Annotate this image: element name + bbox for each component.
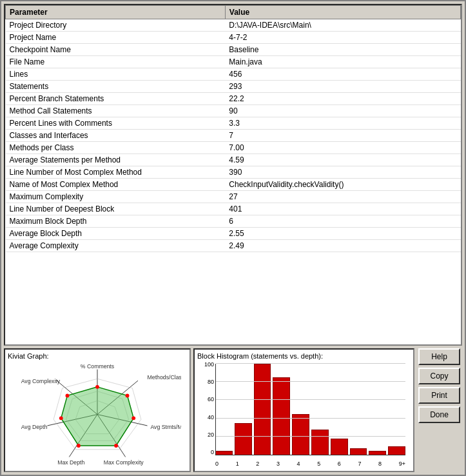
table-row: Project DirectoryD:\JAVA-IDEA\src\Main\ xyxy=(6,19,461,32)
histogram-panel: Block Histogram (statements vs. depth): … xyxy=(193,348,414,472)
table-row: Average Block Depth2.55 xyxy=(6,228,461,240)
x-axis-label: 1 xyxy=(236,461,239,467)
svg-text:% Comments: % Comments xyxy=(81,363,115,370)
svg-point-15 xyxy=(77,444,81,448)
data-table-container[interactable]: Parameter Value Project DirectoryD:\JAVA… xyxy=(4,4,462,346)
value-cell: 401 xyxy=(225,203,460,215)
kiviat-graph: % Comments Methods/Class Avg Stmts/Metho… xyxy=(8,361,187,468)
value-cell: 390 xyxy=(225,166,460,179)
kiviat-svg: % Comments Methods/Class Avg Stmts/Metho… xyxy=(14,363,181,466)
histogram-x-axis: 0123456789+ xyxy=(215,461,405,467)
value-cell: 3.3 xyxy=(225,117,460,130)
param-cell: Maximum Complexity xyxy=(6,191,226,203)
x-axis-label: 8 xyxy=(378,461,382,467)
bottom-panel: Kiviat Graph: xyxy=(1,346,465,475)
param-cell: Line Number of Deepest Block xyxy=(6,203,226,215)
param-cell: Average Statements per Method xyxy=(6,154,226,166)
table-row: File NameMain.java xyxy=(6,56,461,68)
table-row: Project Name4-7-2 xyxy=(6,32,461,44)
svg-text:Avg Complexity: Avg Complexity xyxy=(21,378,61,384)
table-row: Line Number of Deepest Block401 xyxy=(6,203,461,215)
column-header-parameter: Parameter xyxy=(6,6,226,19)
y-label-40: 40 xyxy=(208,414,214,421)
parameters-table: Parameter Value Project DirectoryD:\JAVA… xyxy=(5,5,461,252)
x-axis-label: 6 xyxy=(338,461,341,467)
value-cell: 4.59 xyxy=(225,154,460,166)
y-label-80: 80 xyxy=(208,379,214,385)
param-cell: Average Complexity xyxy=(6,240,226,252)
svg-text:Avg Depth: Avg Depth xyxy=(21,424,48,430)
done-button[interactable]: Done xyxy=(418,406,460,423)
svg-point-17 xyxy=(66,394,70,398)
param-cell: Method Call Statements xyxy=(6,105,226,117)
value-cell: 2.55 xyxy=(225,228,460,240)
value-cell: CheckInputValidity.checkValidity() xyxy=(225,179,460,191)
histogram-graph: 100 80 60 40 20 0 0123456789+ xyxy=(197,361,411,468)
param-cell: Statements xyxy=(6,81,226,93)
table-row: Method Call Statements90 xyxy=(6,105,461,117)
value-cell: 6 xyxy=(225,215,460,228)
table-row: Name of Most Complex MethodCheckInputVal… xyxy=(6,179,461,191)
help-button[interactable]: Help xyxy=(418,348,460,365)
y-label-20: 20 xyxy=(208,431,214,438)
main-window: Parameter Value Project DirectoryD:\JAVA… xyxy=(0,0,466,476)
x-axis-label: 7 xyxy=(358,461,361,467)
value-cell: Baseline xyxy=(225,44,460,56)
x-axis-label: 5 xyxy=(317,461,320,467)
param-cell: Line Number of Most Complex Method xyxy=(6,166,226,179)
table-row: Statements293 xyxy=(6,81,461,93)
x-axis-label: 9+ xyxy=(399,461,405,467)
value-cell: 2.49 xyxy=(225,240,460,252)
table-row: Average Statements per Method4.59 xyxy=(6,154,461,166)
histogram-y-axis: 100 80 60 40 20 0 xyxy=(197,361,215,455)
svg-point-12 xyxy=(126,394,130,398)
param-cell: Name of Most Complex Method xyxy=(6,179,226,191)
table-row: Average Complexity2.49 xyxy=(6,240,461,252)
buttons-panel: Help Copy Print Done xyxy=(417,348,462,472)
x-axis-label: 3 xyxy=(277,461,280,467)
param-cell: Methods per Class xyxy=(6,142,226,154)
param-cell: Project Name xyxy=(6,32,226,44)
value-cell: D:\JAVA-IDEA\src\Main\ xyxy=(225,19,460,32)
x-axis-label: 4 xyxy=(297,461,300,467)
value-cell: Main.java xyxy=(225,56,460,68)
table-row: Maximum Complexity27 xyxy=(6,191,461,203)
svg-text:Avg Stmts/Method: Avg Stmts/Method xyxy=(150,424,181,430)
kiviat-panel: Kiviat Graph: xyxy=(4,348,191,472)
param-cell: Percent Lines with Comments xyxy=(6,117,226,130)
table-row: Methods per Class7.00 xyxy=(6,142,461,154)
value-cell: 456 xyxy=(225,68,460,81)
svg-text:Methods/Class: Methods/Class xyxy=(148,374,181,381)
table-row: Percent Branch Statements22.2 xyxy=(6,93,461,105)
svg-marker-10 xyxy=(61,387,133,446)
value-cell: 4-7-2 xyxy=(225,32,460,44)
param-cell: Project Directory xyxy=(6,19,226,32)
value-cell: 22.2 xyxy=(225,93,460,105)
param-cell: File Name xyxy=(6,56,226,68)
histogram-grid xyxy=(215,364,405,455)
histogram-label: Block Histogram (statements vs. depth): xyxy=(197,352,411,360)
table-row: Percent Lines with Comments3.3 xyxy=(6,117,461,130)
table-row: Lines456 xyxy=(6,68,461,81)
x-axis-label: 2 xyxy=(256,461,259,467)
print-button[interactable]: Print xyxy=(418,387,460,404)
x-axis-label: 0 xyxy=(215,461,218,467)
y-label-100: 100 xyxy=(204,361,214,368)
svg-point-14 xyxy=(114,444,118,448)
value-cell: 7.00 xyxy=(225,142,460,154)
value-cell: 293 xyxy=(225,81,460,93)
copy-button[interactable]: Copy xyxy=(418,368,460,384)
kiviat-label: Kiviat Graph: xyxy=(8,352,187,360)
value-cell: 27 xyxy=(225,191,460,203)
param-cell: Average Block Depth xyxy=(6,228,226,240)
table-row: Maximum Block Depth6 xyxy=(6,215,461,228)
svg-text:Max Complexity: Max Complexity xyxy=(104,459,144,466)
y-label-0: 0 xyxy=(211,449,214,455)
param-cell: Classes and Interfaces xyxy=(6,130,226,142)
svg-point-13 xyxy=(131,416,135,420)
value-cell: 7 xyxy=(225,130,460,142)
column-header-value: Value xyxy=(225,6,460,19)
param-cell: Percent Branch Statements xyxy=(6,93,226,105)
param-cell: Checkpoint Name xyxy=(6,44,226,56)
table-row: Classes and Interfaces7 xyxy=(6,130,461,142)
